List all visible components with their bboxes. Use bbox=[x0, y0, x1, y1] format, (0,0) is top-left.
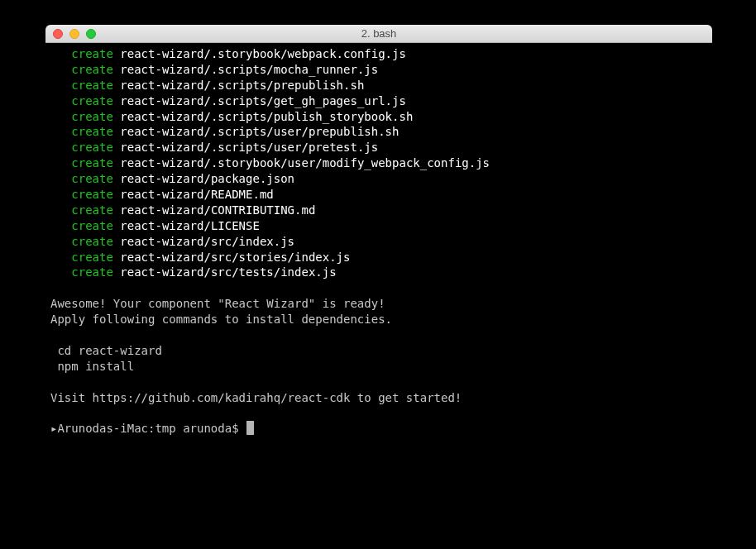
created-path: react-wizard/package.json bbox=[113, 172, 294, 185]
create-label: create bbox=[71, 219, 113, 232]
prompt-text: ▸Arunodas-iMac:tmp arunoda$ bbox=[50, 422, 246, 435]
create-line: create react-wizard/.scripts/get_gh_page… bbox=[50, 93, 707, 109]
created-path: react-wizard/.scripts/mocha_runner.js bbox=[113, 63, 378, 76]
create-label: create bbox=[71, 63, 113, 76]
traffic-lights bbox=[45, 29, 96, 39]
created-path: react-wizard/LICENSE bbox=[113, 219, 260, 232]
created-path: react-wizard/src/index.js bbox=[113, 235, 294, 248]
blank-line bbox=[50, 405, 707, 421]
message-apply: Apply following commands to install depe… bbox=[50, 312, 707, 327]
create-label: create bbox=[71, 110, 113, 123]
close-icon[interactable] bbox=[53, 29, 63, 39]
create-line: create react-wizard/package.json bbox=[50, 171, 707, 187]
create-line: create react-wizard/.storybook/user/modi… bbox=[50, 155, 707, 171]
titlebar: 2. bash bbox=[45, 25, 712, 43]
create-line: create react-wizard/.scripts/user/pretes… bbox=[50, 140, 707, 155]
created-path: react-wizard/.scripts/user/pretest.js bbox=[113, 141, 378, 154]
create-label: create bbox=[71, 265, 113, 279]
create-line: create react-wizard/src/tests/index.js bbox=[50, 265, 707, 280]
create-label: create bbox=[71, 125, 113, 138]
create-label: create bbox=[71, 47, 113, 60]
minimize-icon[interactable] bbox=[69, 29, 79, 39]
create-line: create react-wizard/.scripts/mocha_runne… bbox=[50, 62, 707, 78]
prompt-line[interactable]: ▸Arunodas-iMac:tmp arunoda$ bbox=[50, 421, 707, 437]
window-title: 2. bash bbox=[45, 27, 712, 40]
create-line: create react-wizard/src/stories/index.js bbox=[50, 250, 707, 265]
cursor bbox=[246, 421, 254, 435]
created-path: react-wizard/.scripts/user/prepublish.sh bbox=[113, 125, 400, 138]
terminal-body[interactable]: create react-wizard/.storybook/webpack.c… bbox=[45, 43, 712, 525]
create-label: create bbox=[71, 188, 113, 201]
created-path: react-wizard/src/stories/index.js bbox=[113, 251, 351, 264]
created-path: react-wizard/CONTRIBUTING.md bbox=[113, 203, 315, 217]
create-line: create react-wizard/LICENSE bbox=[50, 218, 707, 234]
created-path: react-wizard/.storybook/webpack.config.j… bbox=[113, 47, 406, 60]
created-path: react-wizard/.scripts/prepublish.sh bbox=[113, 79, 364, 92]
create-line: create react-wizard/.scripts/prepublish.… bbox=[50, 78, 707, 93]
terminal-window: 2. bash create react-wizard/.storybook/w… bbox=[45, 25, 712, 525]
create-label: create bbox=[71, 203, 113, 217]
create-line: create react-wizard/.scripts/user/prepub… bbox=[50, 124, 707, 140]
create-label: create bbox=[71, 156, 113, 169]
create-label: create bbox=[71, 251, 113, 264]
command-npm-install: npm install bbox=[50, 359, 707, 375]
message-visit: Visit https://github.com/kadirahq/react-… bbox=[50, 390, 707, 406]
command-cd: cd react-wizard bbox=[50, 343, 707, 359]
maximize-icon[interactable] bbox=[86, 29, 96, 39]
created-path: react-wizard/.scripts/publish_storybook.… bbox=[113, 110, 413, 123]
create-label: create bbox=[71, 141, 113, 154]
blank-line bbox=[50, 327, 707, 343]
created-path: react-wizard/.storybook/user/modify_webp… bbox=[113, 156, 490, 169]
create-line: create react-wizard/.storybook/webpack.c… bbox=[50, 46, 707, 62]
create-label: create bbox=[71, 172, 113, 185]
blank-line bbox=[50, 280, 707, 296]
create-line: create react-wizard/README.md bbox=[50, 187, 707, 203]
create-line: create react-wizard/.scripts/publish_sto… bbox=[50, 109, 707, 125]
create-line: create react-wizard/CONTRIBUTING.md bbox=[50, 203, 707, 218]
blank-line bbox=[50, 375, 707, 390]
created-path: react-wizard/.scripts/get_gh_pages_url.j… bbox=[113, 94, 406, 107]
message-ready: Awesome! Your component "React Wizard" i… bbox=[50, 296, 707, 312]
create-line: create react-wizard/src/index.js bbox=[50, 234, 707, 250]
created-path: react-wizard/src/tests/index.js bbox=[113, 265, 337, 279]
create-label: create bbox=[71, 79, 113, 92]
created-path: react-wizard/README.md bbox=[113, 188, 274, 201]
create-label: create bbox=[71, 94, 113, 107]
create-label: create bbox=[71, 235, 113, 248]
